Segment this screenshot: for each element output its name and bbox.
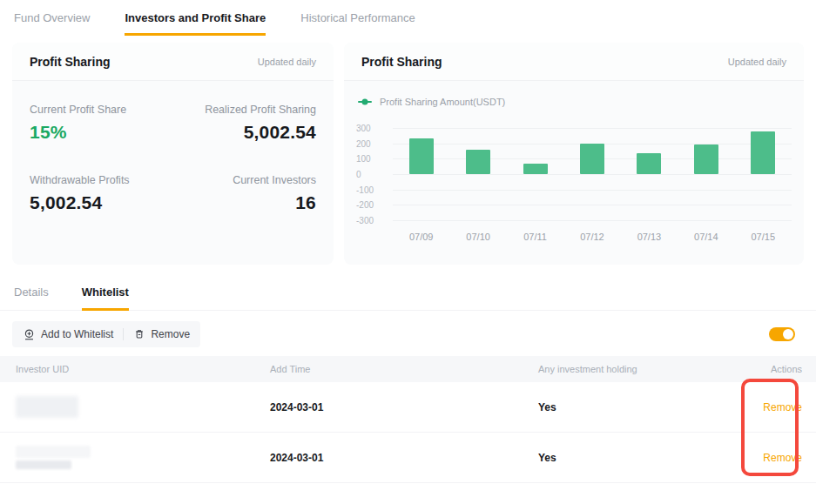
chart-y-axis: 3002001000-100-200-300 (356, 128, 393, 220)
summary-stats: Current Profit Share 15% Realized Profit… (12, 81, 334, 236)
investors-profit-share-page: Fund Overview Investors and Profit Share… (0, 0, 816, 504)
x-tick-label: 07/15 (735, 232, 792, 242)
actions-cell: Remove (734, 401, 802, 413)
x-tick-label: 07/12 (563, 232, 620, 242)
col-header-add-time: Add Time (270, 364, 538, 374)
trash-icon (133, 328, 145, 340)
chart-card-updated-label: Updated daily (728, 57, 786, 67)
bar (466, 150, 490, 174)
redacted-uid (16, 396, 78, 418)
bars-layer (393, 128, 792, 220)
y-tick-label: -100 (356, 185, 374, 194)
bar-chart: 3002001000-100-200-300 (356, 128, 792, 220)
cards-row: Profit Sharing Updated daily Current Pro… (0, 36, 816, 265)
bar-slot (449, 128, 506, 220)
whitelist-toolbar-row: Add to Whitelist Remove (0, 311, 816, 356)
whitelist-toggle[interactable] (769, 327, 795, 341)
holding-cell: Yes (538, 401, 734, 413)
y-tick-label: -300 (356, 216, 374, 225)
stat-withdrawable-profits: Withdrawable Profits 5,002.54 (30, 174, 173, 213)
summary-card-header: Profit Sharing Updated daily (12, 43, 334, 81)
stat-current-investors: Current Investors 16 (173, 174, 317, 213)
col-header-investor-uid: Investor UID (16, 364, 270, 374)
x-tick-label: 07/11 (507, 232, 563, 242)
chart-plot (393, 128, 792, 220)
tab-whitelist[interactable]: Whitelist (82, 286, 129, 311)
table-row: 2024-03-01 Yes Remove (0, 382, 816, 433)
y-tick-label: -200 (356, 200, 374, 210)
tab-details[interactable]: Details (14, 286, 49, 310)
holding-cell: Yes (538, 452, 734, 464)
add-to-whitelist-button[interactable]: Add to Whitelist (23, 328, 113, 341)
remove-button-label: Remove (151, 328, 190, 340)
toggle-knob (783, 329, 793, 339)
x-tick-label: 07/10 (449, 232, 506, 242)
stat-label: Realized Profit Sharing (173, 104, 317, 116)
legend-label: Profit Sharing Amount(USDT) (380, 97, 505, 107)
stat-value: 5,002.54 (173, 122, 317, 143)
bar (637, 153, 661, 174)
stat-label: Current Investors (173, 174, 317, 186)
section-tab-bar: Details Whitelist (0, 265, 816, 311)
remove-button[interactable]: Remove (133, 328, 190, 340)
profit-sharing-chart-card: Profit Sharing Updated daily Profit Shar… (344, 43, 804, 265)
chart-card-header: Profit Sharing Updated daily (344, 43, 804, 81)
page-tab-bar: Fund Overview Investors and Profit Share… (0, 0, 816, 36)
table-header-row: Investor UID Add Time Any investment hol… (0, 356, 816, 382)
chart-legend[interactable]: Profit Sharing Amount(USDT) (358, 97, 792, 107)
y-tick-label: 0 (356, 170, 361, 179)
y-tick-label: 300 (356, 124, 371, 133)
tab-historical-performance[interactable]: Historical Performance (300, 11, 415, 36)
remove-row-link[interactable]: Remove (763, 401, 802, 413)
bar-slot (563, 128, 620, 220)
investor-uid-cell (16, 446, 270, 469)
x-tick-label: 07/14 (678, 232, 734, 242)
redacted-uid (16, 446, 91, 458)
bar-slot (507, 128, 563, 220)
redacted-uid (16, 460, 71, 469)
stat-value: 5,002.54 (30, 192, 173, 213)
bar (523, 164, 548, 174)
summary-card-title: Profit Sharing (30, 55, 111, 69)
chart-card-title: Profit Sharing (361, 55, 442, 69)
x-tick-label: 07/09 (393, 232, 449, 242)
stat-value: 16 (173, 192, 317, 213)
table-row: 2024-03-01 Yes Remove (0, 433, 816, 483)
stat-realized-profit-sharing: Realized Profit Sharing 5,002.54 (173, 104, 317, 143)
summary-card-updated-label: Updated daily (258, 57, 316, 67)
stat-current-profit-share: Current Profit Share 15% (30, 104, 173, 143)
whitelist-toolbar: Add to Whitelist Remove (12, 321, 200, 347)
legend-line-marker-icon (358, 101, 372, 103)
stat-label: Withdrawable Profits (30, 174, 173, 186)
y-tick-label: 100 (356, 154, 371, 164)
investor-uid-cell (16, 396, 270, 418)
grid-line (393, 220, 792, 221)
toolbar-divider (123, 328, 124, 340)
add-to-whitelist-icon (23, 328, 36, 341)
bar-slot (735, 128, 792, 220)
actions-cell: Remove (734, 452, 802, 464)
y-tick-label: 200 (356, 138, 371, 148)
tab-fund-overview[interactable]: Fund Overview (14, 11, 90, 36)
chart-body: Profit Sharing Amount(USDT) 3002001000-1… (344, 81, 804, 242)
chart-x-axis: 07/0907/1007/1107/1207/1307/1407/15 (393, 232, 792, 242)
add-time-cell: 2024-03-01 (270, 401, 538, 413)
col-header-actions: Actions (734, 364, 802, 374)
add-time-cell: 2024-03-01 (270, 452, 538, 464)
x-tick-label: 07/13 (621, 232, 678, 242)
profit-sharing-summary-card: Profit Sharing Updated daily Current Pro… (12, 43, 334, 265)
bar-slot (678, 128, 734, 220)
tab-investors-and-profit-share[interactable]: Investors and Profit Share (125, 11, 266, 36)
stat-label: Current Profit Share (30, 104, 173, 116)
bar-slot (621, 128, 678, 220)
col-header-investment-holding: Any investment holding (538, 364, 734, 374)
bar-slot (393, 128, 449, 220)
stat-value: 15% (30, 122, 173, 143)
bar (409, 138, 434, 174)
bar (751, 131, 775, 174)
bar (580, 144, 604, 174)
remove-row-link[interactable]: Remove (763, 452, 802, 464)
whitelist-table: Investor UID Add Time Any investment hol… (0, 356, 816, 483)
add-to-whitelist-label: Add to Whitelist (41, 328, 113, 340)
bar (694, 144, 718, 174)
